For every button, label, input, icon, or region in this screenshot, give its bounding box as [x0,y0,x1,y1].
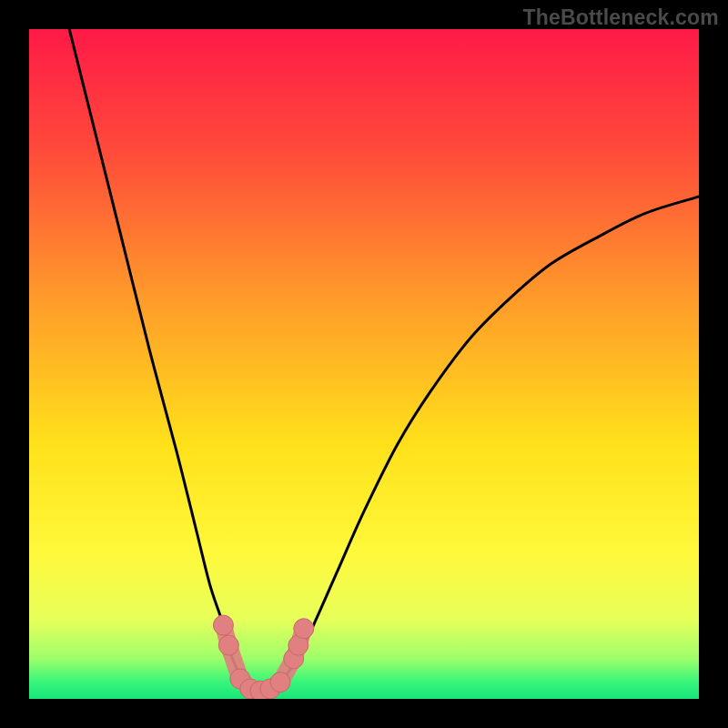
curve-marker [270,672,290,693]
bottleneck-chart [29,29,699,699]
curve-marker [294,619,314,639]
curve-marker [218,635,238,655]
curve-marker [213,615,233,635]
watermark-text: TheBottleneck.com [522,5,719,30]
outer-frame: TheBottleneck.com [0,0,728,728]
gradient-background [29,29,699,699]
plot-area [29,29,699,699]
